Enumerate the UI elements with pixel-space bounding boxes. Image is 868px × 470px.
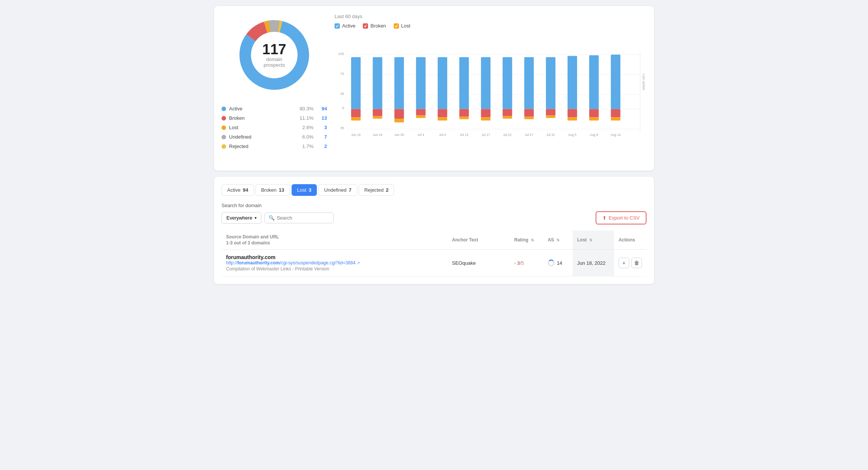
- legend-label: Rejected: [229, 143, 248, 149]
- tab-rejected[interactable]: Rejected 2: [359, 184, 394, 196]
- search-input-wrap: 🔍: [264, 212, 334, 223]
- delete-action-button[interactable]: 🗑: [631, 258, 642, 268]
- chart-legend: Active Broken Lost: [335, 23, 646, 29]
- svg-text:Jul 4: Jul 4: [417, 133, 424, 137]
- svg-rect-54: [611, 118, 620, 121]
- svg-rect-18: [351, 118, 361, 121]
- table-card: Active 94 Broken 13 Lost 3 Undefined 7 R…: [214, 177, 654, 284]
- legend-label: Broken: [229, 115, 245, 121]
- col-header-rating: Rating ⇅: [510, 230, 543, 250]
- action-buttons: + 🗑: [619, 258, 642, 268]
- col-header-as: AS ⇅: [543, 230, 573, 250]
- chart-legend-checkbox[interactable]: [394, 23, 399, 29]
- legend-item: Broken 11.1% 13: [222, 113, 327, 123]
- export-csv-button[interactable]: ⬆ Export to CSV: [596, 211, 646, 224]
- legend-pct: 6.0%: [296, 134, 313, 140]
- search-row: Everywhere ▾ 🔍 ⬆ Export to CSV: [222, 211, 646, 224]
- legend-dot: [222, 107, 226, 111]
- add-action-button[interactable]: +: [619, 258, 629, 268]
- legend-dot: [222, 144, 226, 149]
- svg-rect-53: [611, 109, 620, 118]
- legend-pct: 2.6%: [296, 125, 313, 130]
- external-link-icon: ↗: [357, 261, 360, 265]
- col-header-lost: Lost ⇅: [573, 230, 614, 250]
- tab-active[interactable]: Active 94: [222, 184, 254, 196]
- svg-rect-50: [589, 109, 599, 118]
- svg-text:Jul 31: Jul 31: [546, 133, 555, 137]
- legend-dot: [222, 116, 226, 121]
- chart-legend-label: Broken: [370, 23, 386, 29]
- domain-desc: Compilation of Webmaster Links - Printab…: [226, 266, 443, 272]
- search-icon: 🔍: [269, 215, 275, 221]
- tab-lost[interactable]: Lost 3: [292, 184, 317, 196]
- donut-center: 117 domainprospects: [262, 42, 286, 68]
- svg-text:Aug 14: Aug 14: [611, 133, 621, 137]
- chevron-down-icon: ▾: [255, 216, 257, 220]
- chart-legend-item: Broken: [363, 23, 386, 29]
- svg-rect-46: [567, 56, 577, 109]
- col-header-anchor: Anchor Text: [448, 230, 510, 250]
- tab-undefined[interactable]: Undefined 7: [318, 184, 357, 196]
- svg-rect-19: [373, 57, 382, 109]
- tab-undefined-count: 7: [349, 187, 351, 193]
- legend-count: 7: [319, 134, 327, 140]
- svg-rect-44: [546, 109, 555, 116]
- svg-text:Last update: Last update: [642, 74, 646, 90]
- as-spinner: 14: [548, 259, 568, 266]
- svg-text:0: 0: [342, 106, 344, 110]
- svg-rect-28: [438, 57, 447, 109]
- tab-broken-count: 13: [279, 187, 284, 193]
- chart-legend-checkbox[interactable]: [363, 23, 368, 29]
- search-input[interactable]: [277, 215, 330, 221]
- tab-rejected-count: 2: [386, 187, 388, 193]
- svg-rect-25: [416, 57, 425, 109]
- legend-dot: [222, 125, 226, 130]
- svg-text:Jun 30: Jun 30: [394, 133, 404, 137]
- legend: Active 80.3% 94 Broken 11.1% 13 Lost 2.6…: [222, 104, 327, 151]
- svg-text:Jul 27: Jul 27: [525, 133, 533, 137]
- svg-rect-48: [567, 118, 577, 121]
- svg-rect-45: [546, 115, 555, 118]
- svg-rect-35: [481, 109, 491, 118]
- chart-area: 105 70 35 0 35: [335, 34, 646, 163]
- bar-chart-svg: 105 70 35 0 35: [335, 34, 646, 162]
- svg-text:Jun 24: Jun 24: [373, 133, 382, 137]
- td-lost: Jun 18, 2022: [573, 250, 614, 276]
- svg-rect-27: [416, 115, 425, 118]
- lost-sort-icon[interactable]: ⇅: [589, 238, 592, 242]
- td-rating: › 3/5: [510, 250, 543, 276]
- rating-sort-icon[interactable]: ⇅: [531, 238, 534, 242]
- svg-text:Aug 5: Aug 5: [568, 133, 576, 137]
- td-as: 14: [543, 250, 573, 276]
- as-sort-icon[interactable]: ⇅: [556, 238, 559, 242]
- svg-text:35: 35: [340, 126, 344, 130]
- legend-pct: 1.7%: [296, 143, 313, 149]
- as-value: 14: [557, 260, 562, 266]
- col-source-label: Source Domain and URL: [226, 234, 443, 240]
- svg-rect-47: [567, 109, 577, 118]
- td-source: forumauthority.com http://forumauthority…: [222, 250, 448, 276]
- svg-text:Jul 9: Jul 9: [439, 133, 446, 137]
- everywhere-dropdown[interactable]: Everywhere ▾: [222, 212, 261, 224]
- svg-rect-49: [589, 55, 599, 109]
- chart-header: Last 60 days: [335, 14, 646, 19]
- svg-rect-39: [503, 116, 512, 119]
- tab-broken[interactable]: Broken 13: [255, 184, 290, 196]
- svg-rect-16: [351, 57, 361, 109]
- svg-rect-30: [438, 118, 447, 121]
- domain-url[interactable]: http://forumauthority.com/cgi-sys/suspen…: [226, 260, 443, 266]
- tab-active-count: 94: [243, 187, 248, 193]
- domain-label: domainprospects: [262, 56, 286, 68]
- svg-rect-26: [416, 109, 425, 116]
- svg-rect-20: [373, 109, 382, 116]
- chart-legend-label: Lost: [401, 23, 411, 29]
- left-panel: 117 domainprospects Active 80.3% 94 Brok…: [222, 14, 327, 163]
- chart-legend-checkbox[interactable]: [335, 23, 340, 29]
- domain-name: forumauthority.com: [226, 254, 443, 260]
- tab-rejected-label: Rejected: [364, 187, 384, 193]
- svg-text:35: 35: [340, 92, 344, 96]
- data-table: Source Domain and URL 1-3 out of 3 domai…: [222, 230, 646, 276]
- legend-label: Undefined: [229, 134, 251, 140]
- svg-rect-43: [546, 57, 555, 109]
- svg-rect-40: [524, 57, 534, 109]
